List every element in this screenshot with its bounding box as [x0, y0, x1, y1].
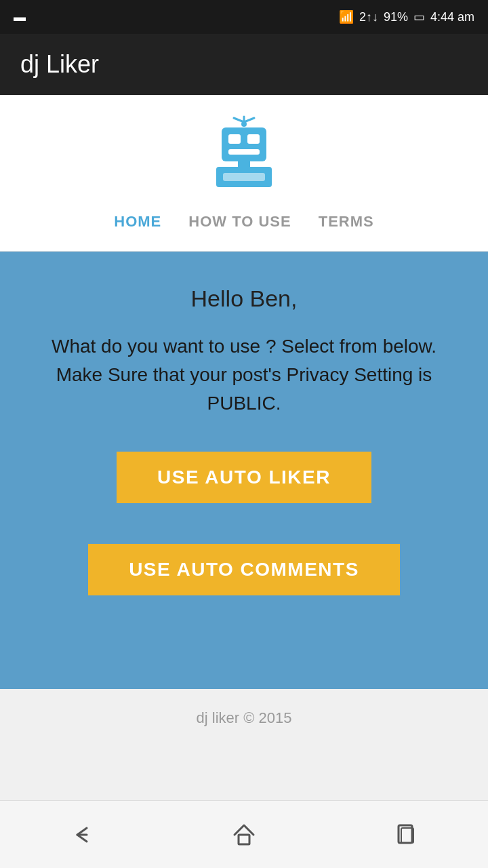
back-icon — [68, 821, 95, 848]
signal-text: 2↑↓ — [359, 10, 378, 24]
battery-text: 91% — [384, 10, 408, 24]
auto-comments-button[interactable]: USE AUTO COMMENTS — [88, 544, 400, 595]
main-content: Hello Ben, What do you want to use ? Sel… — [0, 252, 488, 689]
time-text: 4:44 am — [430, 10, 474, 24]
nav-tab-terms[interactable]: TERMS — [319, 213, 374, 231]
nav-tab-how-to-use[interactable]: HOW TO USE — [188, 213, 291, 231]
header-area: HOME HOW TO USE TERMS — [0, 95, 488, 252]
description-text: What do you want to use ? Select from be… — [34, 332, 454, 418]
svg-rect-4 — [222, 127, 266, 161]
home-icon — [230, 821, 258, 848]
greeting-text: Hello Ben, — [191, 285, 298, 312]
svg-line-1 — [234, 118, 244, 122]
footer: dj liker © 2015 — [0, 689, 488, 747]
bottom-nav — [0, 800, 488, 868]
nav-tab-home[interactable]: HOME — [114, 213, 161, 231]
logo-wrapper — [207, 115, 281, 193]
auto-liker-button[interactable]: USE AUTO LIKER — [117, 452, 371, 503]
recents-icon — [393, 821, 420, 848]
wifi-icon: 📶 — [339, 9, 354, 24]
svg-rect-5 — [228, 134, 241, 144]
footer-text: dj liker © 2015 — [197, 709, 292, 726]
recents-button[interactable] — [393, 821, 420, 848]
svg-rect-11 — [239, 835, 249, 844]
svg-line-2 — [244, 118, 254, 122]
home-button[interactable] — [230, 821, 258, 848]
status-bar: ▬ 📶 2↑↓ 91% ▭ 4:44 am — [0, 0, 488, 34]
nav-tabs: HOME HOW TO USE TERMS — [114, 206, 373, 237]
spacer — [0, 747, 488, 800]
svg-rect-10 — [223, 173, 265, 181]
battery-icon: ▭ — [413, 9, 425, 24]
svg-rect-8 — [238, 161, 250, 167]
svg-rect-6 — [247, 134, 260, 144]
screen-icon: ▬ — [14, 10, 26, 24]
svg-point-3 — [241, 121, 247, 127]
status-bar-left: ▬ — [14, 10, 26, 24]
app-bar: dj Liker — [0, 34, 488, 95]
svg-rect-7 — [228, 149, 260, 155]
app-title: dj Liker — [20, 50, 99, 79]
back-button[interactable] — [68, 821, 95, 848]
robot-icon — [207, 115, 281, 190]
